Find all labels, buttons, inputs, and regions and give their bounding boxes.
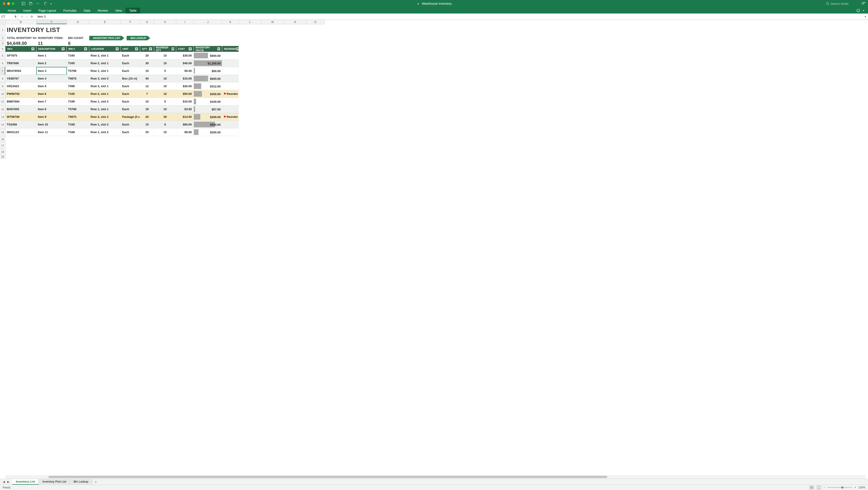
sheet-nav-prev-icon[interactable]: ◀ (2, 480, 6, 484)
bin-cell[interactable]: T345 (67, 52, 89, 60)
description-cell[interactable]: Item 3 (36, 67, 67, 75)
description-cell[interactable]: Item 5 (36, 83, 67, 90)
sku-cell[interactable]: WT98768 (5, 113, 36, 121)
sheet-nav-next-icon[interactable]: ▶ (6, 480, 10, 484)
table-header[interactable]: REORDER QTY (154, 46, 176, 52)
qty-cell[interactable]: 25 (140, 128, 154, 136)
bin-cell[interactable]: T345 (67, 60, 89, 67)
qty-cell[interactable]: 30 (140, 60, 154, 67)
row-header[interactable]: 7 (0, 67, 5, 75)
filter-dropdown-icon[interactable] (172, 47, 174, 51)
ribbon-tab-page-layout[interactable]: Page Layout (35, 8, 60, 13)
bin-cell[interactable]: T349 (67, 128, 89, 136)
row-header[interactable]: 12 (0, 105, 5, 113)
nav-button-inventory-pick-list[interactable]: INVENTORY PICK LIST (89, 36, 124, 40)
column-header[interactable]: N (284, 20, 306, 24)
cost-cell[interactable]: $50.00 (176, 90, 194, 98)
location-cell[interactable]: Row 1, slot 2 (89, 98, 121, 105)
qty-cell[interactable]: 7 (140, 90, 154, 98)
sku-cell[interactable]: YE98767 (5, 75, 36, 83)
bin-cell[interactable]: T9876 (67, 75, 89, 83)
reorder-qty-cell[interactable]: 30 (154, 113, 176, 121)
panels-icon[interactable] (22, 2, 25, 5)
column-header[interactable]: M (261, 20, 284, 24)
qty-cell[interactable]: 10 (140, 67, 154, 75)
row-header[interactable]: 4 (0, 46, 5, 52)
qty-cell[interactable]: 40 (140, 75, 154, 83)
save-icon[interactable] (29, 2, 32, 5)
filter-dropdown-icon[interactable] (189, 47, 192, 51)
unit-cell[interactable]: Each (121, 128, 140, 136)
column-header[interactable]: L (239, 20, 261, 24)
reorder-cell[interactable] (222, 121, 239, 128)
filter-dropdown-icon[interactable] (116, 47, 119, 51)
reorder-cell[interactable] (222, 105, 239, 113)
redo-icon[interactable] (43, 2, 47, 5)
search-sheet[interactable] (826, 2, 858, 5)
qty-cell[interactable]: 12 (140, 83, 154, 90)
description-cell[interactable]: Item 10 (36, 121, 67, 128)
ribbon-tab-data[interactable]: Data (80, 8, 94, 13)
qty-cell[interactable]: 20 (140, 52, 154, 60)
sku-cell[interactable]: MK676554 (5, 67, 36, 75)
unit-cell[interactable]: Each (121, 105, 140, 113)
ribbon-tab-insert[interactable]: Insert (20, 8, 35, 13)
inventory-value-cell[interactable]: $57.00 (194, 105, 222, 113)
fx-icon[interactable]: fx (31, 15, 33, 18)
zoom-level[interactable]: 100% (858, 486, 865, 489)
location-cell[interactable]: Row 1, slot 1 (89, 67, 121, 75)
reorder-cell[interactable] (222, 52, 239, 60)
bin-cell[interactable]: T349 (67, 98, 89, 105)
formula-expand-icon[interactable]: ▾ (865, 15, 868, 18)
table-header[interactable]: SKU (5, 46, 36, 52)
row-header[interactable]: 17 (0, 142, 5, 149)
cost-cell[interactable]: $14.00 (176, 113, 194, 121)
inventory-value-cell[interactable]: $100.00 (194, 98, 222, 105)
reorder-qty-cell[interactable]: 15 (154, 60, 176, 67)
unit-cell[interactable]: Each (121, 98, 140, 105)
column-header[interactable]: E (89, 20, 121, 24)
location-cell[interactable]: Row 3, slot 2 (89, 75, 121, 83)
inventory-value-cell[interactable]: $280.00 (194, 113, 222, 121)
sku-cell[interactable]: PW98762 (5, 90, 36, 98)
filter-dropdown-icon[interactable] (84, 47, 87, 51)
cost-cell[interactable]: $5.00 (176, 67, 194, 75)
row-header[interactable]: 5 (0, 52, 5, 60)
table-header[interactable]: DESCRIPTION (36, 46, 67, 52)
ribbon-tab-view[interactable]: View (112, 8, 125, 13)
cost-cell[interactable]: $3.00 (176, 105, 194, 113)
location-cell[interactable]: Row 2, slot 1 (89, 90, 121, 98)
filter-dropdown-icon[interactable] (62, 47, 65, 51)
row-header[interactable]: 15 (0, 128, 5, 136)
description-cell[interactable]: Item 1 (36, 52, 67, 60)
cost-cell[interactable]: $40.00 (176, 60, 194, 67)
cost-cell[interactable]: $10.00 (176, 98, 194, 105)
page-layout-view-icon[interactable] (816, 486, 822, 490)
ribbon-tab-review[interactable]: Review (94, 8, 112, 13)
feedback-icon[interactable] (856, 8, 860, 12)
inventory-value-cell[interactable]: $350.00 (194, 90, 222, 98)
location-cell[interactable]: Row 1, slot 1 (89, 105, 121, 113)
sheet-tab[interactable]: Inventory Pick List (39, 479, 70, 485)
reorder-qty-cell[interactable]: 10 (154, 90, 176, 98)
row-header[interactable]: 16 (0, 136, 5, 142)
row-header[interactable]: 14 (0, 121, 5, 128)
sku-cell[interactable]: TS3456 (5, 121, 36, 128)
column-header[interactable]: O (306, 20, 324, 24)
reorder-cell[interactable] (222, 98, 239, 105)
zoom-slider[interactable] (828, 487, 852, 488)
filter-dropdown-icon[interactable] (135, 47, 138, 51)
unit-cell[interactable]: Each (121, 60, 140, 67)
row-header[interactable]: 6 (0, 60, 5, 67)
reorder-qty-cell[interactable]: 8 (154, 121, 176, 128)
close-window-button[interactable] (3, 2, 5, 5)
filter-dropdown-icon[interactable] (149, 47, 152, 51)
sku-cell[interactable]: BH67655 (5, 105, 36, 113)
column-header[interactable]: H (154, 20, 176, 24)
location-cell[interactable]: Row 3, slot 1 (89, 83, 121, 90)
name-box-input[interactable] (1, 15, 12, 18)
bin-cell[interactable]: T098 (67, 83, 89, 90)
sku-cell[interactable]: BM87684 (5, 98, 36, 105)
qty-cell[interactable]: 10 (140, 98, 154, 105)
qty-cell[interactable]: 19 (140, 105, 154, 113)
